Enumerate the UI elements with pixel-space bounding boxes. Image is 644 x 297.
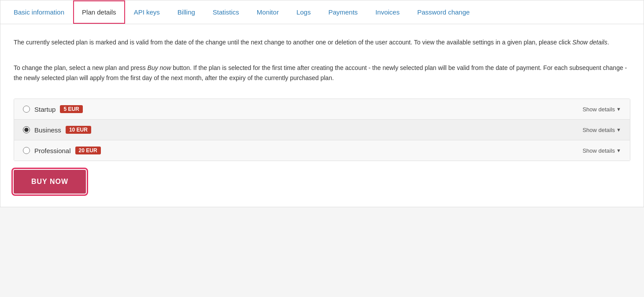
tab-plan-details[interactable]: Plan details [73,0,125,24]
tab-monitor[interactable]: Monitor [248,0,288,24]
plan-row-professional: Professional20 EURShow details▼ [14,140,630,161]
buy-now-button[interactable]: BUY NOW [14,170,86,194]
description-1-end: . [607,39,609,46]
buy-now-link: Buy now [148,64,171,71]
tab-basic-information[interactable]: Basic information [5,0,73,24]
show-details-label-professional: Show details [582,147,615,154]
description-1-text: The currently selected plan is marked an… [14,39,572,46]
plan-radio-business[interactable] [23,126,30,133]
tab-billing[interactable]: Billing [169,0,204,24]
plan-name-startup: Startup [34,106,56,113]
tab-api-keys[interactable]: API keys [125,0,169,24]
tab-invoices[interactable]: Invoices [366,0,408,24]
plan-radio-professional[interactable] [23,147,30,154]
show-details-link-1: Show details [572,39,607,46]
show-details-label-startup: Show details [582,106,615,113]
show-details-business[interactable]: Show details▼ [582,127,621,133]
plan-row-startup: Startup5 EURShow details▼ [14,99,630,120]
show-details-startup[interactable]: Show details▼ [582,106,621,113]
plan-row-business: Business10 EURShow details▼ [14,120,630,140]
plan-left-business: Business10 EUR [23,126,91,134]
chevron-down-icon-startup: ▼ [616,106,621,112]
tab-logs[interactable]: Logs [288,0,320,24]
chevron-down-icon-business: ▼ [616,127,621,132]
chevron-down-icon-professional: ▼ [616,148,621,153]
description-1: The currently selected plan is marked an… [14,37,630,47]
plan-price-startup: 5 EUR [60,105,82,113]
description-2-start: To change the plan, select a new plan an… [14,64,148,71]
plans-container: Startup5 EURShow details▼Business10 EURS… [14,99,630,161]
plan-price-professional: 20 EUR [75,147,101,154]
nav-tabs: Basic informationPlan detailsAPI keysBil… [0,0,644,24]
description-2: To change the plan, select a new plan an… [14,63,630,83]
plan-price-business: 10 EUR [66,126,91,134]
plan-radio-startup[interactable] [23,106,30,113]
plan-left-professional: Professional20 EUR [23,147,101,154]
tab-statistics[interactable]: Statistics [204,0,248,24]
page-wrapper: Basic informationPlan detailsAPI keysBil… [0,0,644,207]
main-content: The currently selected plan is marked an… [0,24,644,207]
buy-button-wrapper: BUY NOW [14,170,630,194]
plan-name-professional: Professional [34,147,71,154]
tab-payments[interactable]: Payments [319,0,366,24]
plan-left-startup: Startup5 EUR [23,105,83,113]
show-details-label-business: Show details [582,127,615,133]
show-details-professional[interactable]: Show details▼ [582,147,621,154]
plan-name-business: Business [34,126,61,134]
tab-password-change[interactable]: Password change [408,0,478,24]
